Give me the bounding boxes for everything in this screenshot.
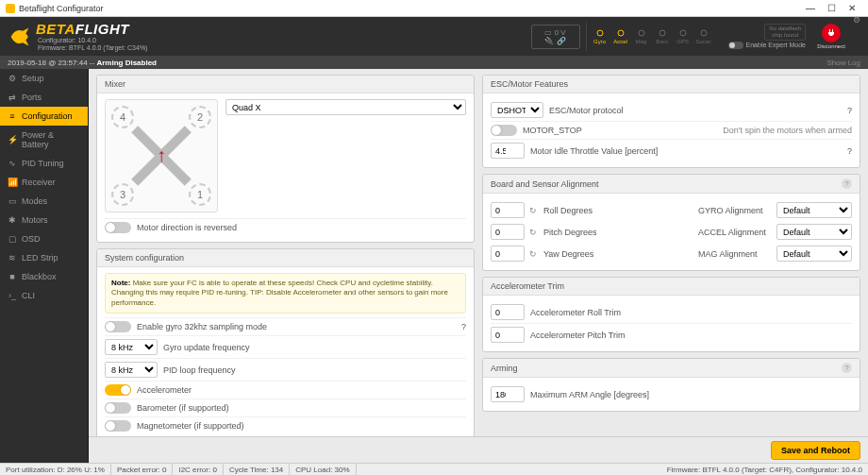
sidebar-item-led-strip[interactable]: ≋LED Strip	[0, 248, 88, 267]
motor-stop-toggle[interactable]	[491, 125, 517, 136]
system-note: Note: Make sure your FC is able to opera…	[105, 273, 466, 314]
disconnect-button[interactable]: Disconnect	[817, 24, 845, 49]
footer-version: Firmware: BTFL 4.0.0 (Target: C4FR), Con…	[661, 466, 868, 474]
baro-toggle[interactable]	[105, 402, 131, 414]
usb-icon: 🔌	[544, 37, 554, 45]
help-icon[interactable]: ?	[847, 146, 852, 156]
gyro-align-label: GYRO Alignment	[698, 206, 772, 215]
idle-throttle-input[interactable]	[491, 143, 525, 159]
svg-point-5	[701, 30, 707, 36]
trim-pitch-input[interactable]	[491, 327, 525, 343]
help-icon[interactable]: ?	[842, 363, 852, 373]
arming-title: Arming	[491, 364, 518, 373]
sidebar-item-receiver[interactable]: 📶Receiver	[0, 173, 88, 192]
rotate-icon: ↻	[529, 206, 539, 215]
sidebar-item-pid-tuning[interactable]: ∿PID Tuning	[0, 154, 88, 173]
arm-angle-input[interactable]	[491, 386, 525, 402]
sidebar-item-blackbox[interactable]: ■Blackbox	[0, 267, 88, 286]
sidebar-item-configuration[interactable]: ≡Configuration	[0, 107, 88, 126]
plug-icon	[826, 28, 836, 38]
pitch-deg-label: Pitch Degrees	[543, 228, 693, 237]
sidebar-label: Configuration	[22, 111, 73, 121]
sidebar-item-osd[interactable]: ▢OSD	[0, 229, 88, 248]
mag-align-select[interactable]: Default	[776, 246, 852, 262]
mixer-title: Mixer	[105, 79, 125, 89]
sidebar-icon: 📶	[8, 178, 17, 187]
sensor-icon	[594, 28, 606, 38]
accel-trim-title: Accelerometer Trim	[491, 281, 564, 291]
trim-roll-label: Accelerometer Roll Trim	[530, 308, 621, 317]
roll-deg-label: Roll Degrees	[543, 206, 693, 215]
rotate-icon: ↻	[529, 249, 539, 259]
log-timestamp: 2019-05-18 @ 23:57:44 --	[8, 59, 96, 67]
gyro-freq-select[interactable]: 8 kHz	[105, 339, 158, 355]
motor-stop-desc: Don't spin the motors when armed	[723, 126, 852, 135]
yaw-deg-input[interactable]	[491, 246, 525, 262]
close-button[interactable]: ✕	[842, 3, 862, 13]
cycle-time: Cycle Time: 134	[224, 464, 290, 475]
trim-pitch-label: Accelerometer Pitch Trim	[530, 331, 626, 340]
roll-deg-input[interactable]	[491, 202, 525, 218]
disconnect-label: Disconnect	[817, 43, 845, 49]
esc-title: ESC/Motor Features	[491, 79, 568, 89]
sidebar-item-setup[interactable]: ⚙Setup	[0, 69, 88, 88]
maximize-button[interactable]: ☐	[821, 3, 842, 13]
sidebar-item-modes[interactable]: ▭Modes	[0, 192, 88, 211]
config-gear-icon[interactable]: ⚙	[853, 15, 860, 25]
motor-1: 1	[189, 183, 211, 206]
minimize-button[interactable]: —	[800, 3, 821, 13]
mixer-mode-select[interactable]: Quad X	[225, 99, 466, 115]
sidebar-item-power-battery[interactable]: ⚡Power & Battery	[0, 126, 88, 154]
help-icon[interactable]: ?	[847, 106, 852, 115]
window-title: Betaflight Configurator	[19, 4, 800, 13]
sidebar-item-cli[interactable]: ›_CLI	[0, 286, 88, 305]
packet-error: Packet error: 0	[111, 464, 173, 475]
link-icon: 🔗	[557, 37, 566, 45]
motor-3: 3	[111, 183, 134, 206]
gyro-align-select[interactable]: Default	[776, 202, 852, 218]
expert-mode-toggle[interactable]: Enable Expert Mode	[728, 42, 806, 49]
svg-point-4	[680, 30, 686, 36]
battery-voltage: 0 V	[555, 28, 566, 37]
help-icon[interactable]: ?	[461, 322, 466, 331]
dataflash-badge: No dataflashchip found	[764, 24, 806, 40]
sidebar-icon: ▭	[8, 196, 17, 206]
esc-proto-select[interactable]: DSHOT600	[491, 102, 543, 118]
i2c-error: I2C error: 0	[173, 464, 223, 475]
sidebar-label: PID Tuning	[22, 159, 64, 168]
pid-freq-select[interactable]: 8 kHz	[105, 362, 158, 378]
sidebar-item-motors[interactable]: ✱Motors	[0, 211, 88, 229]
mixer-diagram: ↑ 4 2 3 1	[105, 99, 218, 212]
app-header: BETAFLIGHT Configurator: 10.4.0 Firmware…	[0, 17, 868, 56]
accel-align-select[interactable]: Default	[776, 224, 852, 240]
sidebar-icon: ›_	[8, 291, 17, 300]
accel-toggle[interactable]	[105, 384, 131, 396]
gyro-32khz-toggle[interactable]	[105, 321, 131, 332]
motor-reverse-toggle[interactable]	[105, 222, 131, 233]
pitch-deg-input[interactable]	[491, 224, 525, 240]
system-title: System configuration	[105, 253, 184, 263]
save-reboot-button[interactable]: Save and Reboot	[771, 441, 860, 460]
sensor-icon	[698, 28, 709, 38]
sensor-gyro: Gyro	[591, 28, 609, 44]
mag-toggle[interactable]	[105, 420, 131, 432]
sidebar-label: CLI	[22, 291, 35, 300]
arming-status: Arming Disabled	[96, 59, 157, 67]
idle-throttle-label: Motor Idle Throttle Value [percent]	[530, 146, 658, 156]
motor-4: 4	[111, 106, 134, 128]
sidebar-icon: ✱	[8, 215, 17, 225]
mixer-panel: Mixer ↑ 4 2 3 1 Quad X	[96, 75, 475, 243]
show-log-button[interactable]: Show Log	[826, 59, 860, 67]
content-area: Mixer ↑ 4 2 3 1 Quad X	[89, 69, 868, 463]
help-icon[interactable]: ?	[842, 178, 852, 189]
sidebar-label: Ports	[22, 93, 42, 102]
sidebar-label: OSD	[22, 234, 41, 244]
sidebar-item-ports[interactable]: ⇄Ports	[0, 88, 88, 107]
trim-roll-input[interactable]	[491, 304, 525, 320]
arrow-up-icon: ↑	[157, 144, 166, 166]
sensor-icon	[636, 28, 647, 38]
port-util: Port utilization: D: 26% U: 1%	[0, 464, 111, 475]
esc-panel: ESC/Motor Features DSHOT600ESC/Motor pro…	[482, 75, 860, 168]
svg-point-3	[659, 30, 665, 36]
sidebar-icon: ⚡	[8, 135, 17, 144]
